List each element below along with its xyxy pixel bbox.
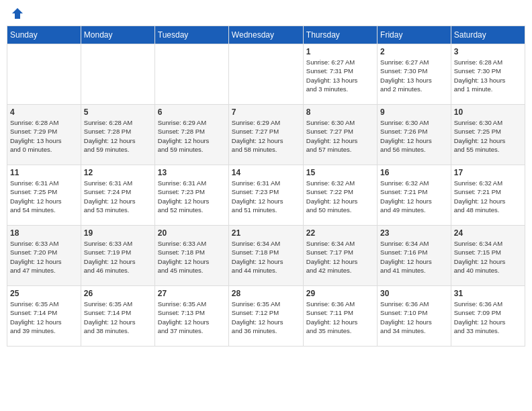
calendar-cell: 9Sunrise: 6:30 AM Sunset: 7:26 PM Daylig…: [378, 105, 451, 165]
day-info: Sunrise: 6:27 AM Sunset: 7:30 PM Dayligh…: [380, 58, 448, 93]
calendar-cell: 19Sunrise: 6:33 AM Sunset: 7:19 PM Dayli…: [81, 226, 154, 286]
day-number: 2: [380, 47, 448, 56]
svg-marker-0: [12, 8, 23, 19]
day-number: 19: [84, 228, 152, 238]
day-number: 25: [10, 289, 78, 298]
calendar-cell: [81, 44, 154, 105]
weekday-header-saturday: Saturday: [451, 26, 525, 44]
day-info: Sunrise: 6:28 AM Sunset: 7:29 PM Dayligh…: [10, 118, 78, 154]
calendar-week-row: 4Sunrise: 6:28 AM Sunset: 7:29 PM Daylig…: [7, 105, 525, 165]
day-info: Sunrise: 6:36 AM Sunset: 7:11 PM Dayligh…: [306, 300, 374, 335]
day-info: Sunrise: 6:34 AM Sunset: 7:18 PM Dayligh…: [232, 239, 300, 275]
calendar-cell: 20Sunrise: 6:33 AM Sunset: 7:18 PM Dayli…: [154, 226, 228, 286]
day-number: 24: [454, 228, 522, 238]
day-info: Sunrise: 6:30 AM Sunset: 7:25 PM Dayligh…: [454, 118, 522, 154]
calendar-cell: 5Sunrise: 6:28 AM Sunset: 7:28 PM Daylig…: [81, 105, 154, 165]
day-number: 9: [380, 107, 448, 117]
day-number: 28: [232, 289, 300, 298]
day-number: 8: [306, 107, 374, 117]
weekday-header-friday: Friday: [378, 26, 451, 44]
day-info: Sunrise: 6:30 AM Sunset: 7:26 PM Dayligh…: [380, 118, 448, 154]
calendar-week-row: 11Sunrise: 6:31 AM Sunset: 7:25 PM Dayli…: [7, 165, 525, 226]
page-header: [7, 7, 525, 20]
day-number: 11: [10, 168, 78, 177]
calendar-cell: [154, 44, 228, 105]
day-number: 3: [454, 47, 522, 56]
calendar-cell: 7Sunrise: 6:29 AM Sunset: 7:27 PM Daylig…: [228, 105, 303, 165]
day-info: Sunrise: 6:27 AM Sunset: 7:31 PM Dayligh…: [306, 58, 374, 93]
calendar-cell: 8Sunrise: 6:30 AM Sunset: 7:27 PM Daylig…: [303, 105, 377, 165]
calendar-cell: 23Sunrise: 6:34 AM Sunset: 7:16 PM Dayli…: [378, 226, 451, 286]
calendar-cell: 14Sunrise: 6:31 AM Sunset: 7:23 PM Dayli…: [228, 165, 303, 226]
logo: [9, 7, 24, 20]
day-number: 30: [380, 289, 448, 298]
day-number: 7: [232, 107, 300, 117]
weekday-header-monday: Monday: [81, 26, 154, 44]
day-info: Sunrise: 6:36 AM Sunset: 7:09 PM Dayligh…: [454, 300, 522, 335]
calendar-cell: 22Sunrise: 6:34 AM Sunset: 7:17 PM Dayli…: [303, 226, 377, 286]
day-info: Sunrise: 6:34 AM Sunset: 7:15 PM Dayligh…: [454, 239, 522, 275]
calendar-cell: 4Sunrise: 6:28 AM Sunset: 7:29 PM Daylig…: [7, 105, 81, 165]
calendar-week-row: 1Sunrise: 6:27 AM Sunset: 7:31 PM Daylig…: [7, 44, 525, 105]
calendar-cell: 15Sunrise: 6:32 AM Sunset: 7:22 PM Dayli…: [303, 165, 377, 226]
day-info: Sunrise: 6:28 AM Sunset: 7:28 PM Dayligh…: [84, 118, 152, 154]
day-info: Sunrise: 6:34 AM Sunset: 7:17 PM Dayligh…: [306, 239, 374, 275]
day-number: 27: [158, 289, 226, 298]
calendar-cell: 3Sunrise: 6:28 AM Sunset: 7:30 PM Daylig…: [451, 44, 525, 105]
calendar-cell: 17Sunrise: 6:32 AM Sunset: 7:21 PM Dayli…: [451, 165, 525, 226]
day-info: Sunrise: 6:36 AM Sunset: 7:10 PM Dayligh…: [380, 300, 448, 335]
day-number: 17: [454, 168, 522, 177]
day-number: 15: [306, 168, 374, 177]
day-info: Sunrise: 6:30 AM Sunset: 7:27 PM Dayligh…: [306, 118, 374, 154]
day-info: Sunrise: 6:35 AM Sunset: 7:12 PM Dayligh…: [232, 300, 300, 335]
day-number: 22: [306, 228, 374, 238]
calendar-body: 1Sunrise: 6:27 AM Sunset: 7:31 PM Daylig…: [7, 44, 525, 347]
logo-icon: [11, 7, 24, 20]
calendar-cell: 31Sunrise: 6:36 AM Sunset: 7:09 PM Dayli…: [451, 286, 525, 347]
weekday-header-sunday: Sunday: [7, 26, 81, 44]
calendar-cell: 29Sunrise: 6:36 AM Sunset: 7:11 PM Dayli…: [303, 286, 377, 347]
day-info: Sunrise: 6:32 AM Sunset: 7:21 PM Dayligh…: [380, 179, 448, 214]
calendar-cell: 25Sunrise: 6:35 AM Sunset: 7:14 PM Dayli…: [7, 286, 81, 347]
day-info: Sunrise: 6:35 AM Sunset: 7:14 PM Dayligh…: [10, 300, 78, 335]
day-info: Sunrise: 6:33 AM Sunset: 7:20 PM Dayligh…: [10, 239, 78, 275]
calendar-cell: 11Sunrise: 6:31 AM Sunset: 7:25 PM Dayli…: [7, 165, 81, 226]
day-number: 10: [454, 107, 522, 117]
calendar-cell: 30Sunrise: 6:36 AM Sunset: 7:10 PM Dayli…: [378, 286, 451, 347]
calendar-week-row: 25Sunrise: 6:35 AM Sunset: 7:14 PM Dayli…: [7, 286, 525, 347]
day-number: 5: [84, 107, 152, 117]
weekday-header-wednesday: Wednesday: [228, 26, 303, 44]
calendar-table: SundayMondayTuesdayWednesdayThursdayFrid…: [7, 26, 525, 347]
calendar-cell: [228, 44, 303, 105]
day-info: Sunrise: 6:33 AM Sunset: 7:18 PM Dayligh…: [158, 239, 226, 275]
calendar-cell: 24Sunrise: 6:34 AM Sunset: 7:15 PM Dayli…: [451, 226, 525, 286]
day-info: Sunrise: 6:31 AM Sunset: 7:23 PM Dayligh…: [158, 179, 226, 214]
calendar-header: SundayMondayTuesdayWednesdayThursdayFrid…: [7, 26, 525, 44]
day-number: 1: [306, 47, 374, 56]
day-number: 21: [232, 228, 300, 238]
day-info: Sunrise: 6:28 AM Sunset: 7:30 PM Dayligh…: [454, 58, 522, 93]
day-info: Sunrise: 6:31 AM Sunset: 7:23 PM Dayligh…: [232, 179, 300, 214]
calendar-cell: 13Sunrise: 6:31 AM Sunset: 7:23 PM Dayli…: [154, 165, 228, 226]
day-number: 18: [10, 228, 78, 238]
weekday-header-row: SundayMondayTuesdayWednesdayThursdayFrid…: [7, 26, 525, 44]
calendar-cell: 18Sunrise: 6:33 AM Sunset: 7:20 PM Dayli…: [7, 226, 81, 286]
calendar-cell: 12Sunrise: 6:31 AM Sunset: 7:24 PM Dayli…: [81, 165, 154, 226]
calendar-cell: 6Sunrise: 6:29 AM Sunset: 7:28 PM Daylig…: [154, 105, 228, 165]
calendar-cell: 16Sunrise: 6:32 AM Sunset: 7:21 PM Dayli…: [378, 165, 451, 226]
day-info: Sunrise: 6:29 AM Sunset: 7:28 PM Dayligh…: [158, 118, 226, 154]
calendar-cell: 28Sunrise: 6:35 AM Sunset: 7:12 PM Dayli…: [228, 286, 303, 347]
day-number: 26: [84, 289, 152, 298]
day-number: 13: [158, 168, 226, 177]
calendar-cell: 2Sunrise: 6:27 AM Sunset: 7:30 PM Daylig…: [378, 44, 451, 105]
day-info: Sunrise: 6:32 AM Sunset: 7:21 PM Dayligh…: [454, 179, 522, 214]
calendar-cell: [7, 44, 81, 105]
day-info: Sunrise: 6:35 AM Sunset: 7:14 PM Dayligh…: [84, 300, 152, 335]
day-number: 4: [10, 107, 78, 117]
day-info: Sunrise: 6:31 AM Sunset: 7:24 PM Dayligh…: [84, 179, 152, 214]
calendar-cell: 1Sunrise: 6:27 AM Sunset: 7:31 PM Daylig…: [303, 44, 377, 105]
calendar-week-row: 18Sunrise: 6:33 AM Sunset: 7:20 PM Dayli…: [7, 226, 525, 286]
calendar-cell: 27Sunrise: 6:35 AM Sunset: 7:13 PM Dayli…: [154, 286, 228, 347]
day-info: Sunrise: 6:29 AM Sunset: 7:27 PM Dayligh…: [232, 118, 300, 154]
weekday-header-thursday: Thursday: [303, 26, 377, 44]
